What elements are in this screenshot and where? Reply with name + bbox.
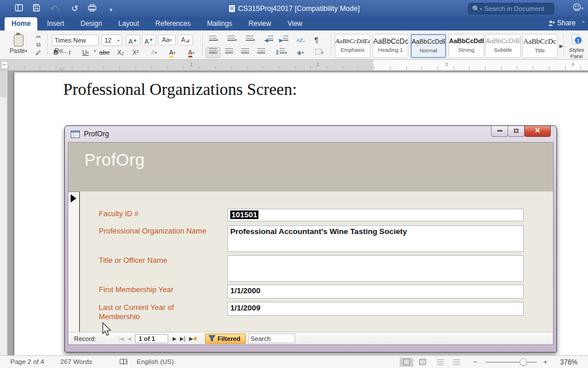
record-selector[interactable] [68,191,80,332]
styles-pane-button[interactable]: 1 Styles Pane [566,34,587,59]
zoom-out-button[interactable]: − [473,358,478,366]
style-normal[interactable]: AaBbCcDdEeNormal [411,34,446,58]
grow-font-button[interactable]: A▲ [126,34,140,45]
bold-button[interactable]: B [49,47,62,58]
align-right-button[interactable] [238,47,253,58]
record-search-input[interactable] [248,334,295,343]
spellcheck-icon[interactable] [119,358,128,366]
clipboard-icon [14,34,24,47]
font-name-select[interactable]: Times New Ro...▾ [52,34,99,46]
access-form-window: ProfOrg ✕ ProfOrg Faculty ID # 101501 Pr… [64,125,557,352]
tab-review[interactable]: Review [242,17,278,30]
last-record-icon[interactable]: ▶| [180,336,185,342]
tab-view[interactable]: View [281,17,310,30]
more-styles-arrow[interactable]: ▶ [559,43,563,49]
line-spacing-button[interactable]: ⇕▾ [272,47,289,58]
svg-text:1: 1 [577,38,579,44]
numbering-button[interactable]: ▾ [224,34,240,45]
close-button[interactable]: ✕ [524,126,551,137]
window-titlebar: ↶▾ ↺ ▾ CS315Proj42017 [Compatibility Mod… [0,0,588,17]
italic-button[interactable]: I [63,47,76,58]
field-input-title-officer[interactable] [227,255,524,282]
justify-button[interactable] [254,47,269,58]
field-input-first-year[interactable]: 1/1/2000 [227,285,524,298]
print-layout-view-button[interactable] [400,358,413,367]
tab-mailings[interactable]: Mailings [200,17,239,30]
next-record-icon[interactable]: ▶ [172,336,176,342]
tab-selector[interactable]: ⌐ [1,61,8,69]
style-emphasis[interactable]: AaBbCcDdEeEmphasis [335,34,370,58]
tab-design[interactable]: Design [74,17,109,30]
document-page[interactable]: Professional Organizations Screen: ProfO… [14,72,588,355]
font-color-button[interactable]: A▾ [183,47,200,58]
ribbon-tabs: Home Insert Design Layout References Mai… [0,17,588,30]
filtered-button[interactable]: Filtered [205,334,246,344]
style-heading1[interactable]: AaBbCcDcHeading 1 [373,34,408,58]
multilevel-list-button[interactable]: ▾ [242,34,258,45]
zoom-slider-thumb[interactable] [520,358,527,366]
restore-button[interactable] [508,126,525,137]
increase-indent-button[interactable]: ▶ [277,34,291,45]
mouse-cursor [101,322,112,339]
align-center-button[interactable] [222,47,237,58]
form-window-title: ProfOrg [84,130,109,138]
tab-layout[interactable]: Layout [111,17,146,30]
cut-icon[interactable]: ✂ [33,33,44,41]
zoom-in-button[interactable]: + [543,358,548,366]
decrease-indent-button[interactable]: ◀ [262,34,276,45]
superscript-button[interactable]: X² [129,47,142,58]
search-input[interactable] [484,5,547,12]
show-paragraph-marks-button[interactable]: ¶ [310,34,323,45]
zoom-slider[interactable] [485,362,537,363]
subscript-button[interactable]: X₂ [114,47,127,58]
word-doc-icon [229,5,235,13]
share-button[interactable]: Share ⌃ [548,19,582,27]
web-layout-view-button[interactable] [416,358,430,367]
first-record-icon[interactable]: |◀ [118,336,124,342]
language-indicator[interactable]: English (US) [137,358,174,365]
tab-insert[interactable]: Insert [40,17,71,30]
outline-view-button[interactable] [434,358,447,367]
align-left-button[interactable] [206,47,220,58]
left-indent-marker[interactable] [59,68,64,70]
style-subtitle[interactable]: AaBbCcDdEeSubtitle [485,34,521,58]
word-count[interactable]: 267 Words [60,358,92,365]
paste-button[interactable]: Paste▾ [6,34,31,57]
font-size-select[interactable]: 12▾ [102,34,122,46]
field-input-org-name[interactable]: Professional Accountant's Wine Tasting S… [227,225,524,252]
style-strong[interactable]: AaBbCcDdEStrong [448,34,484,58]
search-in-document[interactable]: 🔍▾ [468,3,554,14]
feedback-smiley-icon[interactable]: ☺▾ [572,2,583,13]
format-painter-icon[interactable]: 🖉 [33,49,44,57]
minimize-button[interactable] [491,126,508,137]
shading-button[interactable]: ◈▾ [292,47,309,58]
record-position[interactable]: 1 of 1 [135,334,168,343]
new-record-icon[interactable]: ▶✱ [189,336,197,342]
underline-button[interactable]: U▾ [77,47,94,58]
page-indicator[interactable]: Page 2 of 4 [10,358,44,365]
previous-record-icon[interactable]: ◀ [127,336,131,342]
field-input-faculty-id[interactable]: 101501 [227,209,524,221]
clear-formatting-button[interactable]: A◢ [177,34,193,45]
zoom-percentage[interactable]: 376% [560,358,578,366]
style-title[interactable]: AaBbCcDcTitle [522,34,558,58]
bullets-button[interactable]: ▾ [206,34,222,45]
tab-references[interactable]: References [149,17,198,30]
text-effects-button[interactable]: A▾ [146,47,162,58]
copy-icon[interactable]: ⧉ [33,41,44,49]
person-plus-icon [548,20,555,26]
strikethrough-button[interactable]: abe [96,47,113,58]
borders-button[interactable]: ▾ [311,47,328,58]
styles-pane-icon: 1 [571,34,582,45]
horizontal-ruler[interactable]: ⌐ 1 2 3 4 [0,60,588,71]
highlight-button[interactable]: A▾ [164,47,181,58]
form-icon [71,131,80,138]
change-case-button[interactable]: Aa▾ [158,34,176,45]
draft-view-button[interactable] [450,358,463,367]
shrink-font-button[interactable]: A▼ [142,34,156,45]
form-body: ProfOrg Faculty ID # 101501 Professional… [68,142,554,345]
field-input-last-year[interactable]: 1/1/2009 [227,302,524,316]
tab-home[interactable]: Home [5,17,37,30]
collapse-ribbon-icon[interactable]: ⌃ [581,20,586,26]
sort-button[interactable]: AZ↓ [294,34,308,45]
